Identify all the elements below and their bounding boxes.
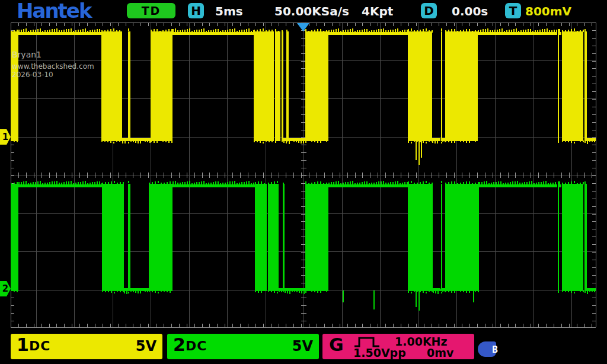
ch1-number: 1 [17, 334, 29, 355]
oscilloscope-screen: Hantek TD H 5ms 50.00KSa/s 4Kpt D 0.00s … [0, 0, 607, 364]
ch2-info-box[interactable]: 2 DC 5V [167, 334, 319, 359]
bus-status-badge: B [478, 341, 496, 357]
channel-info-bar: 1 DC 5V 2 DC 5V G 1.00KHz 1.50Vpp 0mv B [0, 331, 607, 364]
bus-badge-letter: B [492, 344, 498, 355]
generator-label: G [329, 334, 344, 355]
ch1-info-box[interactable]: 1 DC 5V [11, 334, 162, 359]
ch1-coupling: DC [29, 339, 50, 353]
ch2-coupling: DC [186, 339, 207, 353]
watermark-site: www.thebackshed.com [12, 63, 94, 71]
ch2-volts-per-div: 5V [292, 338, 313, 355]
generator-info-box[interactable]: G 1.00KHz 1.50Vpp 0mv [322, 334, 474, 359]
watermark-date: 2026-03-10 [12, 71, 94, 79]
generator-amplitude: 1.50Vpp [353, 346, 406, 359]
generator-offset: 0mv [427, 346, 453, 359]
watermark-user: Bryan1 [12, 50, 94, 59]
ch1-volts-per-div: 5V [136, 338, 156, 355]
ch2-number: 2 [173, 334, 186, 355]
watermark: Bryan1 www.thebackshed.com 2026-03-10 [12, 50, 94, 79]
